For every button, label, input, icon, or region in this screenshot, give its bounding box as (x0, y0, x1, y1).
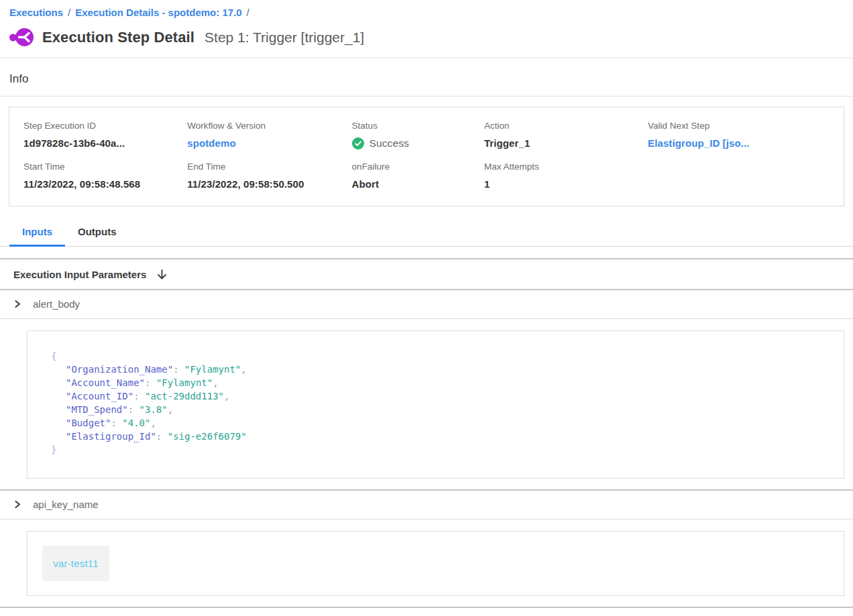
info-section-title: Info (0, 58, 853, 96)
divider (0, 96, 853, 97)
param-section-api-key-value: api_key_value (0, 607, 853, 616)
tab-outputs[interactable]: Outputs (65, 223, 129, 246)
arrow-down-icon[interactable] (156, 269, 168, 280)
param-row-api-key-value[interactable]: api_key_value (0, 608, 853, 616)
info-field-label: onFailure (352, 162, 484, 172)
chevron-right-icon (13, 300, 21, 308)
success-check-icon (352, 137, 364, 149)
execution-input-parameters-header: Execution Input Parameters (0, 259, 853, 289)
info-card: Step Execution ID1d97828c-13b6-40a...Wor… (9, 107, 844, 206)
info-field-label: Max Attempts (484, 162, 648, 172)
info-field-onfailure: onFailureAbort (352, 162, 484, 190)
api-key-name-value-chip: var-test11 (42, 546, 109, 581)
api-key-name-panel: var-test11 (27, 531, 844, 596)
info-field-label: Start Time (23, 162, 187, 172)
info-field-value: Trigger_1 (484, 137, 648, 149)
tab-bar: InputsOutputs (0, 223, 853, 247)
info-field-label: Action (484, 121, 648, 131)
page-subtitle: Step 1: Trigger [trigger_1] (205, 29, 364, 46)
info-field-end-time: End Time11/23/2022, 09:58:50.500 (187, 162, 351, 190)
info-field-label: Valid Next Step (648, 121, 830, 131)
info-field-label: Status (352, 121, 484, 131)
info-field-valid-next-step: Valid Next StepElastigroup_ID [jso... (648, 121, 830, 149)
info-field-label: End Time (187, 162, 351, 172)
param-name: api_key_name (33, 499, 99, 510)
breadcrumb-link-execution-details[interactable]: Execution Details - spotdemo: 17.0 (75, 7, 241, 18)
page-header: Execution Step Detail Step 1: Trigger [t… (0, 18, 853, 58)
info-field-value: Abort (352, 178, 484, 190)
page-title: Execution Step Detail (42, 29, 194, 46)
info-field-status: StatusSuccess (352, 121, 484, 149)
alert-body-json-viewer: {"Organization_Name": "Fylamynt","Accoun… (27, 331, 844, 478)
info-field-step-execution-id: Step Execution ID1d97828c-13b6-40a... (23, 121, 187, 149)
alert-body-panel: {"Organization_Name": "Fylamynt","Accoun… (27, 330, 844, 479)
chevron-right-icon (13, 500, 21, 509)
tab-inputs[interactable]: Inputs (9, 223, 65, 246)
info-field-max-attempts: Max Attempts1 (484, 162, 648, 190)
info-field-label: Workflow & Version (187, 121, 351, 131)
param-section-api-key-name: api_key_name var-test11 (0, 489, 853, 596)
info-field-value: 1 (484, 178, 648, 190)
info-field-label: Step Execution ID (23, 121, 187, 131)
param-row-api-key-name[interactable]: api_key_name (0, 491, 853, 519)
info-field-action: ActionTrigger_1 (484, 121, 648, 149)
info-field-value: Success (352, 137, 484, 149)
info-field-value[interactable]: spotdemo (187, 137, 351, 149)
status-text: Success (369, 137, 409, 149)
execution-input-parameters-title: Execution Input Parameters (13, 269, 146, 280)
breadcrumb-link-executions[interactable]: Executions (9, 7, 63, 18)
info-field-value[interactable]: Elastigroup_ID [jso... (648, 137, 830, 149)
info-field-value: 11/23/2022, 09:58:48.568 (23, 178, 187, 190)
info-field-value: 1d97828c-13b6-40a... (23, 137, 187, 149)
info-field-start-time: Start Time11/23/2022, 09:58:48.568 (23, 162, 187, 190)
breadcrumb-separator: / (68, 7, 70, 18)
param-name: alert_body (33, 298, 80, 310)
info-field-workflow-version: Workflow & Versionspotdemo (187, 121, 351, 149)
param-row-alert-body[interactable]: alert_body (0, 290, 853, 319)
fylamynt-logo-icon (9, 27, 34, 48)
breadcrumb: Executions/Execution Details - spotdemo:… (0, 0, 853, 18)
breadcrumb-separator: / (247, 7, 249, 18)
info-field-value: 11/23/2022, 09:58:50.500 (187, 178, 351, 190)
param-section-alert-body: alert_body {"Organization_Name": "Fylamy… (0, 289, 853, 479)
